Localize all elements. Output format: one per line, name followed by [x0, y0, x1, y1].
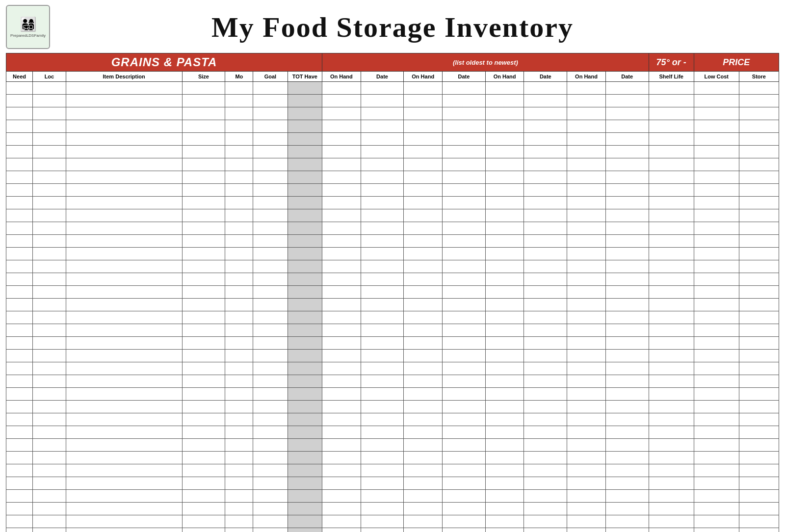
price-label: PRICE [694, 53, 779, 72]
col-low-cost: Low Cost [694, 72, 739, 82]
table-row[interactable] [6, 426, 779, 439]
table-row[interactable] [6, 82, 779, 95]
col-date-4: Date [605, 72, 649, 82]
table-row[interactable] [6, 413, 779, 426]
table-row[interactable] [6, 439, 779, 452]
col-tot-have: TOT Have [288, 72, 322, 82]
logo-text: PreparedLDSFamily [10, 33, 46, 38]
col-loc: Loc [33, 72, 66, 82]
col-shelf-life: Shelf Life [649, 72, 694, 82]
table-row[interactable] [6, 337, 779, 350]
table-row[interactable] [6, 388, 779, 401]
col-goal: Goal [253, 72, 288, 82]
table-row[interactable] [6, 401, 779, 413]
col-on-hand-1: On Hand [322, 72, 361, 82]
table-row[interactable] [6, 362, 779, 375]
col-on-hand-4: On Hand [567, 72, 605, 82]
col-item-description: Item Description [66, 72, 182, 82]
table-row[interactable] [6, 133, 779, 146]
section-header-row: GRAINS & PASTA (list oldest to newest) 7… [6, 53, 779, 72]
col-date-2: Date [442, 72, 485, 82]
table-row[interactable] [6, 273, 779, 286]
table-row[interactable] [6, 528, 779, 532]
col-mo: Mo [225, 72, 253, 82]
table-row[interactable] [6, 503, 779, 515]
col-date-1: Date [361, 72, 404, 82]
table-row[interactable] [6, 209, 779, 222]
table-row[interactable] [6, 120, 779, 133]
table-row[interactable] [6, 286, 779, 299]
table-row[interactable] [6, 184, 779, 197]
table-row[interactable] [6, 311, 779, 324]
col-date-3: Date [524, 72, 567, 82]
section-subtitle: (list oldest to newest) [322, 53, 649, 72]
col-need: Need [6, 72, 33, 82]
column-header-row: Need Loc Item Description Size Mo Goal T… [6, 72, 779, 82]
logo: 👨‍👩‍👧‍👦 PreparedLDSFamily [6, 5, 50, 49]
section-title: GRAINS & PASTA [6, 53, 322, 72]
table-row[interactable] [6, 95, 779, 107]
col-store: Store [739, 72, 779, 82]
table-row[interactable] [6, 490, 779, 503]
table-row[interactable] [6, 464, 779, 477]
table-row[interactable] [6, 350, 779, 362]
table-row[interactable] [6, 452, 779, 464]
table-row[interactable] [6, 197, 779, 209]
table-row[interactable] [6, 260, 779, 273]
col-size: Size [182, 72, 225, 82]
table-row[interactable] [6, 146, 779, 158]
table-row[interactable] [6, 248, 779, 260]
table-row[interactable] [6, 515, 779, 528]
table-row[interactable] [6, 222, 779, 235]
col-on-hand-2: On Hand [404, 72, 442, 82]
table-row[interactable] [6, 477, 779, 490]
temp-label: 75° or - [649, 53, 694, 72]
col-on-hand-3: On Hand [485, 72, 523, 82]
table-row[interactable] [6, 235, 779, 248]
table-row[interactable] [6, 158, 779, 171]
table-row[interactable] [6, 324, 779, 337]
header-area: 👨‍👩‍👧‍👦 PreparedLDSFamily My Food Storag… [6, 5, 779, 49]
table-row[interactable] [6, 107, 779, 120]
logo-icon: 👨‍👩‍👧‍👦 [10, 16, 46, 33]
inventory-table: GRAINS & PASTA (list oldest to newest) 7… [6, 53, 779, 532]
table-row[interactable] [6, 299, 779, 311]
table-row[interactable] [6, 171, 779, 184]
page-title: My Food Storage Inventory [211, 11, 574, 44]
table-row[interactable] [6, 375, 779, 388]
